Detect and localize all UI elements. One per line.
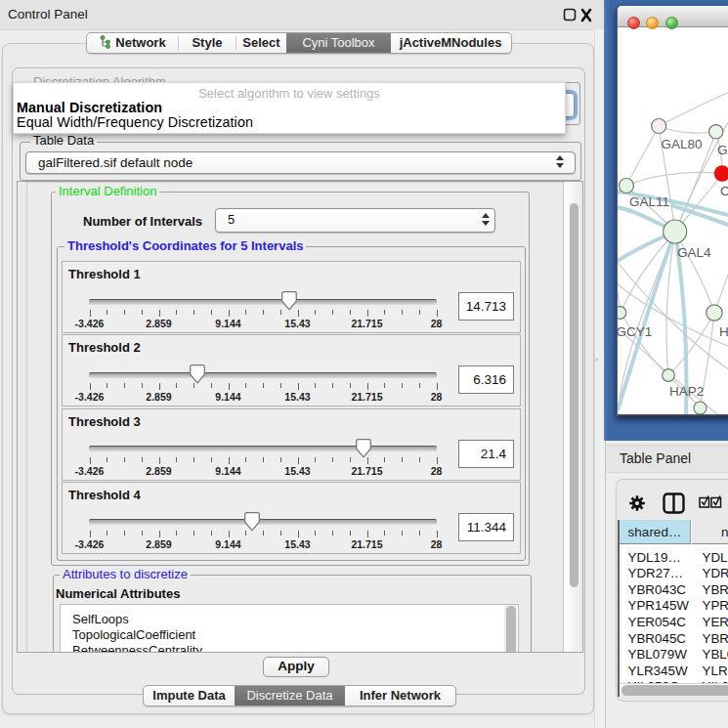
svg-text:GAL80: GAL80 — [662, 137, 703, 151]
svg-text:GA: GA — [717, 143, 728, 157]
svg-text:HA: HA — [719, 324, 728, 339]
svg-text:GCY1: GCY1 — [618, 324, 652, 339]
svg-text:C: C — [720, 184, 728, 198]
svg-text:GAL4: GAL4 — [677, 245, 711, 260]
svg-text:HAP2: HAP2 — [669, 384, 704, 399]
svg-text:GAL11: GAL11 — [629, 194, 669, 209]
